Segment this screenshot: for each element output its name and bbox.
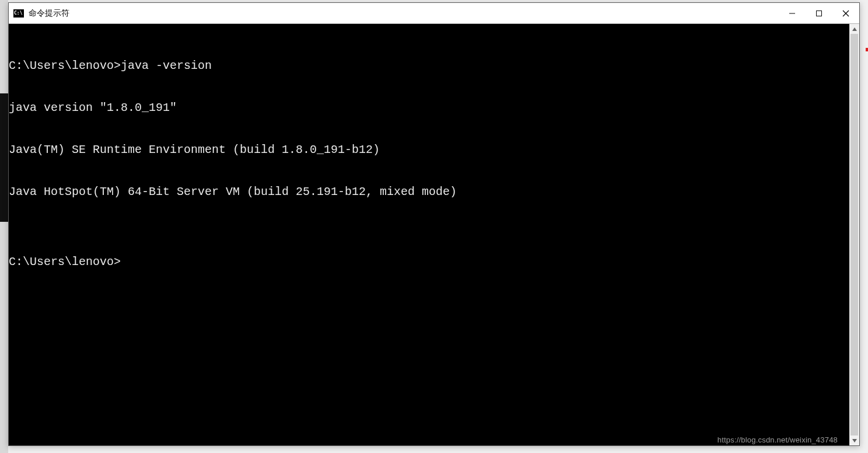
left-background-strip: [0, 0, 8, 453]
left-background-dark-block: [0, 93, 8, 222]
chevron-down-icon: [852, 438, 857, 443]
right-red-accent: [866, 48, 868, 51]
minimize-icon: [789, 10, 796, 17]
chevron-up-icon: [852, 27, 857, 32]
vertical-scrollbar[interactable]: [849, 24, 859, 445]
scroll-up-button[interactable]: [849, 24, 859, 34]
scroll-down-button[interactable]: [849, 435, 859, 445]
terminal-line: C:\Users\lenovo>java -version: [9, 59, 849, 73]
svg-marker-4: [852, 27, 857, 31]
terminal-prompt-line: C:\Users\lenovo>: [9, 255, 849, 269]
terminal-line: Java(TM) SE Runtime Environment (build 1…: [9, 143, 849, 157]
cmd-icon: [13, 9, 24, 18]
terminal-cursor: [121, 257, 127, 269]
terminal-line: java version "1.8.0_191": [9, 101, 849, 115]
right-background-strip: [862, 0, 868, 453]
titlebar[interactable]: 命令提示符: [9, 3, 859, 24]
close-button[interactable]: [832, 3, 859, 24]
terminal-line: Java HotSpot(TM) 64-Bit Server VM (build…: [9, 185, 849, 199]
svg-marker-5: [852, 439, 857, 442]
terminal-prompt-text: C:\Users\lenovo>: [9, 255, 121, 269]
window-body: C:\Users\lenovo>java -version java versi…: [9, 24, 859, 445]
maximize-icon: [816, 10, 822, 17]
command-prompt-window: 命令提示符 C:\Users\lenovo>java -version java…: [8, 2, 860, 446]
minimize-button[interactable]: [779, 3, 806, 24]
scrollbar-track[interactable]: [849, 34, 859, 435]
svg-rect-1: [817, 11, 822, 16]
close-icon: [842, 10, 849, 17]
window-title: 命令提示符: [29, 8, 69, 19]
terminal-output[interactable]: C:\Users\lenovo>java -version java versi…: [9, 24, 849, 445]
scrollbar-thumb[interactable]: [850, 34, 858, 435]
watermark: https://blog.csdn.net/weixin_43748: [718, 435, 838, 444]
maximize-button[interactable]: [806, 3, 832, 24]
